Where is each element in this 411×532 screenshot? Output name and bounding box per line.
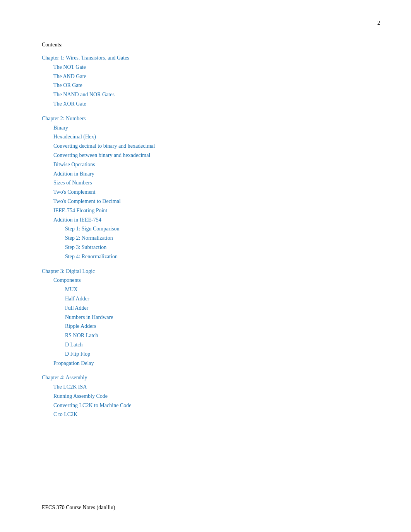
toc-item-34[interactable]: The LC2K ISA	[42, 382, 313, 392]
toc-item-18[interactable]: Step 1: Sign Comparison	[42, 224, 313, 234]
toc-item-5[interactable]: The XOR Gate	[42, 99, 313, 109]
toc-item-7[interactable]: Binary	[42, 123, 313, 133]
toc-container: Contents: Chapter 1: Wires, Transistors,…	[42, 42, 313, 419]
toc-item-11[interactable]: Bitwise Operations	[42, 160, 313, 169]
toc-item-29[interactable]: RS NOR Latch	[42, 331, 313, 340]
toc-item-26[interactable]: Full Adder	[42, 304, 313, 313]
toc-item-19[interactable]: Step 2: Normalization	[42, 234, 313, 243]
toc-item-21[interactable]: Step 4: Renormalization	[42, 252, 313, 261]
toc-item-27[interactable]: Numbers in Hardware	[42, 313, 313, 322]
toc-item-4[interactable]: The NAND and NOR Gates	[42, 90, 313, 99]
toc-item-17[interactable]: Addition in IEEE-754	[42, 215, 313, 225]
toc-item-9[interactable]: Converting decimal to binary and hexadec…	[42, 142, 313, 151]
toc-item-28[interactable]: Ripple Adders	[42, 322, 313, 331]
toc-item-23[interactable]: Components	[42, 276, 313, 285]
toc-item-33[interactable]: Chapter 4: Assembly	[42, 373, 313, 382]
toc-item-22[interactable]: Chapter 3: Digital Logic	[42, 267, 313, 276]
toc-item-32[interactable]: Propagation Delay	[42, 359, 313, 368]
toc-items: Chapter 1: Wires, Transistors, and Gates…	[42, 53, 313, 419]
toc-item-12[interactable]: Addition in Binary	[42, 169, 313, 179]
toc-item-24[interactable]: MUX	[42, 285, 313, 294]
toc-item-13[interactable]: Sizes of Numbers	[42, 178, 313, 188]
toc-item-16[interactable]: IEEE-754 Floating Point	[42, 206, 313, 215]
toc-item-1[interactable]: The NOT Gate	[42, 63, 313, 72]
toc-item-20[interactable]: Step 3: Subtraction	[42, 243, 313, 252]
toc-item-0[interactable]: Chapter 1: Wires, Transistors, and Gates	[42, 53, 313, 63]
toc-item-10[interactable]: Converting between binary and hexadecima…	[42, 151, 313, 160]
toc-item-14[interactable]: Two's Complement	[42, 188, 313, 197]
toc-item-8[interactable]: Hexadecimal (Hex)	[42, 132, 313, 142]
toc-item-35[interactable]: Running Assembly Code	[42, 392, 313, 401]
toc-item-6[interactable]: Chapter 2: Numbers	[42, 114, 313, 123]
toc-item-3[interactable]: The OR Gate	[42, 81, 313, 90]
page-number: 2	[377, 20, 380, 26]
toc-item-37[interactable]: C to LC2K	[42, 410, 313, 419]
toc-item-15[interactable]: Two's Complement to Decimal	[42, 197, 313, 206]
toc-item-2[interactable]: The AND Gate	[42, 72, 313, 81]
toc-item-30[interactable]: D Latch	[42, 340, 313, 350]
toc-item-36[interactable]: Converting LC2K to Machine Code	[42, 401, 313, 410]
toc-item-31[interactable]: D Flip Flop	[42, 350, 313, 359]
footer-text: EECS 370 Course Notes (danlliu)	[42, 505, 115, 511]
toc-item-25[interactable]: Half Adder	[42, 294, 313, 304]
toc-label: Contents:	[42, 42, 313, 48]
